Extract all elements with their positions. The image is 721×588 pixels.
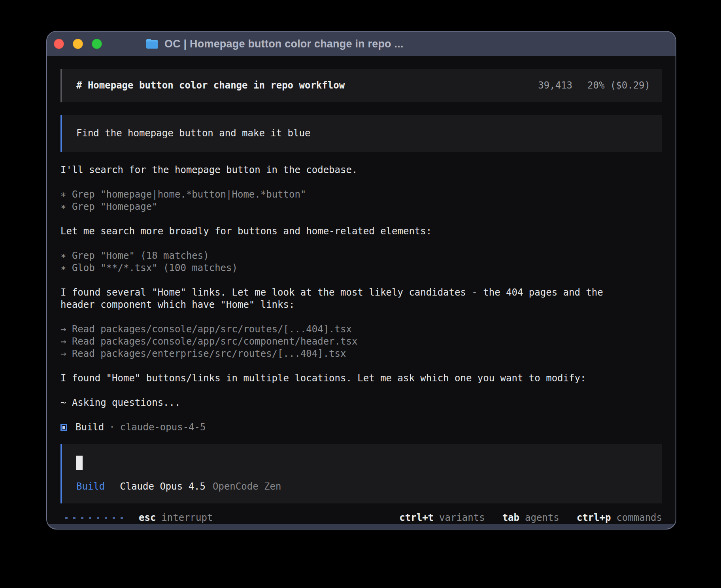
activity-dot (113, 517, 115, 519)
minimize-button[interactable] (73, 39, 83, 49)
titlebar[interactable]: OC | Homepage button color change in rep… (47, 32, 676, 56)
transcript: I'll search for the homepage button in t… (60, 152, 662, 433)
zoom-button[interactable] (92, 39, 102, 49)
arrow-right-icon: → (60, 336, 66, 347)
window-controls (54, 39, 102, 49)
tool-call-read: → Read packages/console/app/src/componen… (60, 335, 662, 348)
prompt-input[interactable]: Build Claude Opus 4.5 OpenCode Zen (60, 444, 662, 503)
asterisk-icon: ∗ (60, 250, 66, 261)
activity-dots (65, 517, 123, 519)
input-model-label[interactable]: Claude Opus 4.5 (120, 481, 206, 493)
arrow-right-icon: → (60, 348, 66, 359)
window-title: OC | Homepage button color change in rep… (164, 38, 404, 50)
input-agent-label[interactable]: Build (76, 481, 105, 493)
assistant-text: I'll search for the homepage button in t… (60, 164, 662, 176)
user-message-text: Find the homepage button and make it blu… (76, 128, 310, 139)
input-provider-label: OpenCode Zen (213, 481, 281, 493)
terminal-window: OC | Homepage button color change in rep… (46, 31, 676, 530)
tool-call-grep: ∗ Grep "Homepage" (60, 201, 662, 213)
activity-dot (73, 517, 75, 519)
activity-dot (121, 517, 123, 519)
session-stats: 39,413 20% ($0.29) (538, 79, 650, 92)
shortcut-agents: tab agents (502, 512, 559, 524)
tool-call-read: → Read packages/console/app/src/routes/[… (60, 323, 662, 335)
tool-call-glob: ∗ Glob "**/*.tsx" (100 matches) (60, 262, 662, 274)
context-cost: 20% ($0.29) (587, 79, 650, 92)
asterisk-icon: ∗ (60, 201, 66, 212)
activity-dot (97, 517, 99, 519)
activity-dot (105, 517, 107, 519)
agent-model-status: Build · claude-opus-4-5 (60, 421, 662, 433)
terminal-content: # Homepage button color change in repo w… (47, 56, 676, 524)
esc-key-hint: esc (139, 512, 156, 524)
session-title: # Homepage button color change in repo w… (76, 79, 345, 92)
user-message: Find the homepage button and make it blu… (60, 115, 662, 152)
agent-badge-icon (60, 424, 67, 431)
shortcut-variants: ctrl+t variants (399, 512, 485, 524)
asterisk-icon: ∗ (60, 189, 66, 200)
activity-dot (81, 517, 83, 519)
assistant-text: header component which have "Home" links… (60, 299, 662, 311)
assistant-text: I found several "Home" links. Let me loo… (60, 286, 662, 299)
tool-call-read: → Read packages/enterprise/src/routes/[.… (60, 348, 662, 360)
input-footer: Build Claude Opus 4.5 OpenCode Zen (76, 481, 648, 493)
session-header: # Homepage button color change in repo w… (60, 69, 662, 102)
status-bar: esc interrupt ctrl+t variants tab agents… (60, 512, 662, 524)
close-button[interactable] (54, 39, 64, 49)
agent-name: Build (75, 421, 104, 433)
tool-call-grep: ∗ Grep "Home" (18 matches) (60, 250, 662, 262)
token-count: 39,413 (538, 79, 572, 92)
assistant-text: Let me search more broadly for buttons a… (60, 225, 662, 237)
arrow-right-icon: → (60, 324, 66, 335)
activity-dot (65, 517, 68, 519)
tool-call-grep: ∗ Grep "homepage|home.*button|Home.*butt… (60, 188, 662, 201)
activity-dot (89, 517, 91, 519)
text-cursor (76, 456, 83, 470)
model-name: claude-opus-4-5 (120, 421, 206, 433)
esc-action-label: interrupt (161, 512, 213, 524)
shortcut-commands: ctrl+p commands (577, 512, 662, 524)
working-status: ~ Asking questions... (60, 397, 662, 409)
asterisk-icon: ∗ (60, 262, 66, 273)
folder-icon (145, 38, 159, 49)
assistant-text: I found "Home" buttons/links in multiple… (60, 372, 662, 384)
separator-dot: · (109, 421, 115, 433)
